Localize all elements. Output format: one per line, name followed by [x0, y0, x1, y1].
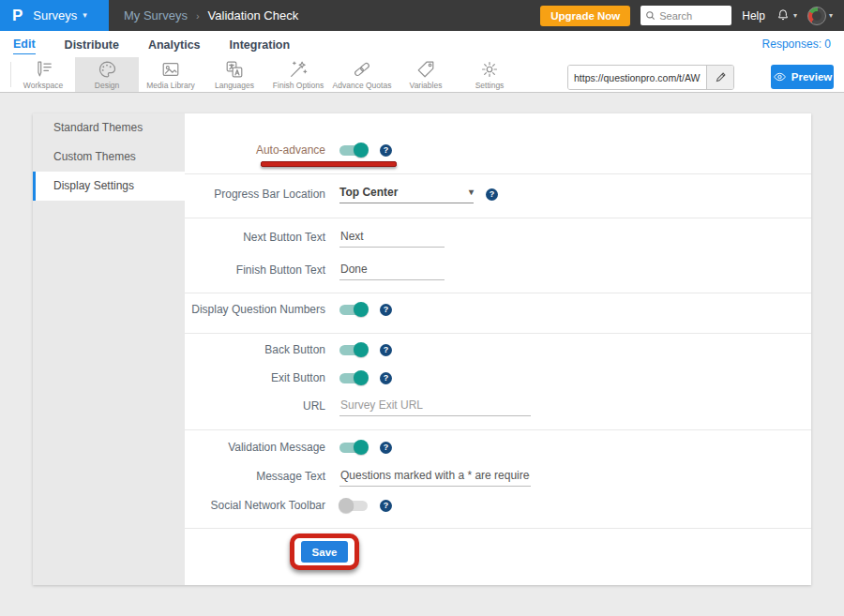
toolbar-item-settings[interactable]: Settings	[458, 57, 521, 92]
divider	[185, 293, 811, 293]
notifications-menu[interactable]: ▾	[776, 8, 797, 23]
breadcrumb-current: Validation Check	[208, 8, 299, 23]
languages-icon	[224, 59, 245, 80]
social-network-toolbar-toggle[interactable]	[339, 501, 368, 511]
toolbar-item-label: Variables	[410, 81, 443, 90]
toolbar-item-label: Finish Options	[273, 81, 324, 90]
tab-edit[interactable]: Edit	[13, 34, 36, 54]
social-network-toolbar-row: Social Network Toolbar	[185, 494, 811, 517]
divider	[185, 333, 811, 334]
exit-url-input[interactable]	[339, 397, 531, 416]
tab-integration[interactable]: Integration	[230, 35, 291, 54]
divider	[185, 429, 811, 430]
toolbar-item-finish-options[interactable]: Finish Options	[266, 57, 330, 92]
content-area: Standard Themes Custom Themes Display Se…	[0, 94, 844, 616]
edit-link-button[interactable]	[706, 66, 733, 89]
help-icon[interactable]	[380, 144, 392, 157]
finish-options-wand-icon	[288, 59, 309, 80]
progress-bar-location-select[interactable]: Top Center ▾	[339, 186, 474, 203]
sidebar-item-standard-themes[interactable]: Standard Themes	[33, 113, 185, 143]
auto-advance-row: Auto-advance	[185, 139, 811, 161]
progress-bar-location-row: Progress Bar Location Top Center ▾	[185, 183, 811, 205]
advance-quotas-chain-icon	[352, 59, 372, 80]
exit-button-toggle[interactable]	[339, 373, 368, 383]
variables-tag-icon	[415, 59, 436, 80]
sidebar-item-custom-themes[interactable]: Custom Themes	[33, 143, 185, 172]
preview-button-label: Preview	[791, 71, 832, 83]
tab-distribute[interactable]: Distribute	[65, 35, 119, 54]
toolbar-item-label: Design	[95, 81, 119, 90]
avatar	[807, 7, 826, 25]
help-icon[interactable]	[380, 442, 392, 454]
preview-button[interactable]: Preview	[771, 65, 834, 89]
save-button[interactable]: Save	[301, 541, 348, 563]
divider	[185, 528, 811, 529]
media-library-icon	[160, 59, 181, 80]
design-palette-icon	[97, 59, 117, 80]
finish-button-text-input[interactable]	[339, 261, 445, 280]
display-settings-card: Standard Themes Custom Themes Display Se…	[33, 113, 811, 585]
help-icon[interactable]	[380, 372, 392, 384]
chevron-down-icon: ▾	[829, 11, 833, 20]
account-menu[interactable]: ▾	[807, 7, 833, 25]
questionpro-logo: P	[12, 8, 23, 23]
breadcrumb: My Surveys › Validation Check	[124, 8, 298, 23]
display-settings-form: Auto-advance Progress Bar Location Top C…	[185, 113, 811, 585]
progress-bar-location-label: Progress Bar Location	[185, 188, 325, 201]
search-input[interactable]	[659, 10, 727, 22]
toolbar-item-languages[interactable]: Languages	[203, 57, 266, 92]
toolbar-item-design[interactable]: Design	[75, 57, 139, 92]
next-button-text-row: Next Button Text	[185, 226, 811, 248]
chevron-down-icon: ▾	[83, 11, 87, 20]
survey-link-input[interactable]	[568, 66, 706, 89]
help-icon[interactable]	[486, 188, 498, 201]
toolbar-item-label: Media Library	[146, 81, 195, 90]
back-button-row: Back Button	[185, 338, 811, 361]
toolbar-item-media-library[interactable]: Media Library	[139, 57, 203, 92]
survey-link-field	[567, 65, 734, 90]
toolbar-item-workspace[interactable]: Workspace	[11, 57, 75, 92]
social-network-toolbar-label: Social Network Toolbar	[185, 499, 325, 512]
chevron-down-icon: ▾	[469, 187, 474, 197]
toolbar-item-variables[interactable]: Variables	[394, 57, 458, 92]
auto-advance-label: Auto-advance	[185, 143, 325, 157]
product-menu[interactable]: Surveys ▾	[33, 8, 87, 23]
finish-button-text-label: Finish Button Text	[185, 263, 325, 277]
exit-url-label: URL	[185, 399, 325, 413]
themes-sidebar: Standard Themes Custom Themes Display Se…	[33, 113, 185, 585]
display-question-numbers-toggle[interactable]	[339, 305, 368, 315]
divider	[185, 173, 811, 174]
toolbar-item-advance-quotas[interactable]: Advance Quotas	[330, 57, 394, 92]
auto-advance-toggle[interactable]	[339, 145, 368, 156]
help-icon[interactable]	[380, 304, 392, 316]
global-search[interactable]	[641, 6, 731, 25]
message-text-row: Message Text	[185, 465, 811, 488]
sidebar-item-display-settings[interactable]: Display Settings	[33, 172, 185, 201]
validation-message-row: Validation Message	[185, 436, 811, 458]
tab-analytics[interactable]: Analytics	[148, 35, 201, 54]
upgrade-now-button[interactable]: Upgrade Now	[540, 6, 630, 26]
message-text-input[interactable]	[339, 467, 531, 487]
breadcrumb-separator-icon: ›	[196, 10, 200, 22]
workspace-icon	[33, 59, 53, 80]
eye-icon	[773, 71, 787, 83]
help-icon[interactable]	[380, 344, 392, 356]
bell-icon	[776, 8, 791, 23]
next-button-text-input[interactable]	[339, 228, 445, 248]
toolbar-item-label: Advance Quotas	[333, 81, 392, 90]
help-link[interactable]: Help	[742, 9, 765, 23]
toolbar-item-label: Settings	[475, 81, 505, 90]
settings-gear-icon	[479, 59, 500, 80]
breadcrumb-parent[interactable]: My Surveys	[124, 8, 188, 23]
validation-message-toggle[interactable]	[339, 443, 368, 453]
progress-bar-location-value: Top Center	[339, 186, 398, 199]
display-question-numbers-label: Display Question Numbers	[185, 303, 325, 316]
exit-button-row: Exit Button	[185, 367, 811, 389]
divider	[185, 218, 811, 218]
responses-count[interactable]: Responses: 0	[762, 38, 831, 51]
red-box-annotation: Save	[290, 533, 359, 570]
help-icon[interactable]	[380, 500, 392, 512]
pencil-icon	[715, 71, 727, 83]
brand-area[interactable]: P Surveys ▾	[0, 0, 109, 31]
back-button-toggle[interactable]	[339, 345, 368, 355]
